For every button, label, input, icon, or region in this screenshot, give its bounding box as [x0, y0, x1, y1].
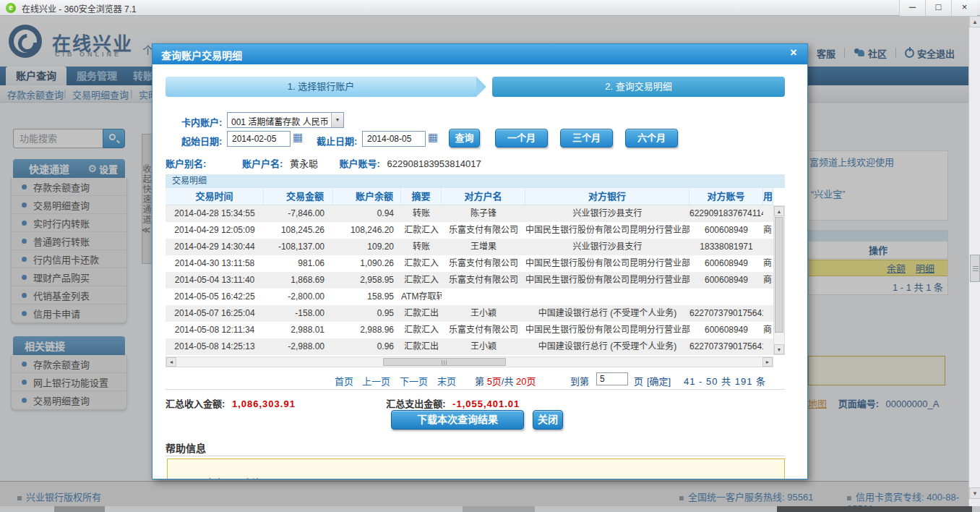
one-month-button[interactable]: 一个月 [495, 129, 548, 148]
card-account-select[interactable]: 001 活期储蓄存款 人民币 ▼ [227, 112, 344, 128]
table-row: 2014-05-08 14:25:13-2,988.000.96汇款汇出王小颖中… [166, 338, 773, 355]
table-cell: 2014-05-05 16:42:25 [166, 289, 264, 305]
table-cell: 2,988.96 [333, 322, 401, 338]
scroll-down-arrow-icon[interactable]: ▼ [774, 344, 784, 354]
table-cell: -108,137.00 [264, 239, 333, 255]
table-cell [689, 289, 763, 305]
table-cell: 2014-05-07 16:25:04 [166, 305, 264, 322]
transaction-table-body: 2014-04-28 15:34:55-7,846.000.94转账陈子锋兴业银… [166, 205, 773, 355]
page-viewport: 在线兴业 CIB ONLINE 个 客服 社区 安全退出 账户查询 服务管理 转… [0, 16, 980, 512]
pagination-bar: 首页 上一页 下一页 末页 第 5页/共 20页 到第 5 页 [确定] 41 … [166, 371, 785, 390]
table-cell: 622909183767411413 [689, 205, 763, 222]
scrollbar-thumb[interactable] [775, 217, 783, 333]
scrollbar-thumb[interactable] [383, 358, 506, 366]
table-cell: 中国建设银行总行 (不受理个人业务) [525, 338, 689, 355]
table-cell: 981.06 [264, 255, 333, 272]
close-window-button[interactable]: × [951, 0, 977, 16]
scroll-up-arrow-icon[interactable]: ▲ [774, 206, 784, 216]
step-2-query-detail: 2. 查询交易明细 [492, 77, 785, 97]
table-cell: 0.95 [333, 305, 401, 322]
minimize-button[interactable]: ─ [899, 0, 925, 16]
scroll-up-arrow-icon[interactable]: ▲ [969, 16, 980, 27]
table-cell: 2014-04-30 13:11:58 [166, 255, 264, 272]
scroll-right-arrow-icon[interactable]: ► [762, 357, 773, 367]
modal-header: 查询账户交易明细 × [152, 44, 807, 64]
table-row: 2014-05-05 16:42:25-2,800.00158.95ATM存取转… [166, 289, 773, 305]
card-account-label: 卡内账户: [181, 115, 222, 129]
browser-titlebar: e 在线兴业 - 360安全浏览器 7.1 ─ □ × [0, 0, 980, 16]
table-cell: 18338081971 [689, 239, 763, 255]
table-cell: 汇款汇出 [401, 338, 442, 355]
table-cell: 6227073790175641 [689, 305, 763, 322]
total-expense-value: -1,055,401.01 [452, 398, 520, 409]
table-cell: 商 [763, 222, 773, 239]
table-cell: 600608949 [689, 255, 763, 272]
scroll-left-arrow-icon[interactable]: ◄ [166, 357, 176, 367]
column-header: 交易金额 [264, 188, 333, 205]
chevron-down-icon[interactable]: ▼ [331, 113, 343, 127]
table-cell: 600608949 [689, 272, 763, 289]
column-header: 账户余额 [333, 188, 401, 205]
transaction-table-header: 交易时间交易金额账户余额摘要对方户名对方银行对方账号用 [166, 188, 773, 205]
table-cell: 汇款汇入 [401, 222, 442, 239]
table-cell: 2014-04-29 14:30:44 [166, 239, 264, 255]
table-row: 2014-04-28 15:34:55-7,846.000.94转账陈子锋兴业银… [166, 205, 773, 222]
close-modal-button[interactable]: 关闭 [533, 410, 563, 430]
scrollbar-thumb[interactable] [970, 255, 980, 282]
first-page-link[interactable]: 首页 [335, 374, 353, 388]
prev-page-link[interactable]: 上一页 [362, 374, 390, 388]
table-cell [763, 205, 773, 222]
table-cell: 109.20 [333, 239, 401, 255]
table-cell: 商 [763, 255, 773, 272]
table-vertical-scrollbar[interactable]: ▲ ▼ [773, 205, 785, 355]
help-box: 一、本交易可查询 [167, 458, 785, 479]
column-header: 对方账号 [689, 188, 763, 205]
query-button[interactable]: 查询 [449, 129, 480, 148]
table-cell: 2014-05-04 13:11:40 [166, 272, 264, 289]
account-alias-label: 账户别名: [166, 158, 206, 169]
table-cell: 2014-05-08 14:25:13 [166, 338, 264, 355]
six-month-button[interactable]: 六个月 [625, 129, 678, 148]
total-income-value: 1,086,303.91 [232, 398, 296, 409]
goto-page-input[interactable]: 5 [596, 372, 628, 385]
table-cell: 108,246.20 [333, 222, 401, 239]
modal-close-icon[interactable]: × [787, 46, 800, 59]
table-cell: 1,868.69 [264, 272, 333, 289]
calendar-icon[interactable]: ▦ [428, 132, 439, 143]
three-month-button[interactable]: 三个月 [560, 129, 613, 148]
table-cell: 商 [763, 322, 773, 338]
table-cell: 兴业银行沙县支行 [525, 205, 689, 222]
transaction-section-title: 交易明细 [166, 174, 785, 188]
table-cell: 中国民生银行股份有限公司昆明分行营业部 [525, 272, 689, 289]
last-page-link[interactable]: 末页 [437, 374, 456, 388]
table-cell: 158.95 [333, 289, 401, 305]
column-header: 对方银行 [525, 188, 689, 205]
table-cell [763, 305, 773, 322]
column-header: 摘要 [401, 188, 442, 205]
download-results-button[interactable]: 下载本次查询结果 [391, 410, 524, 430]
wizard-steps: 2. 查询交易明细 1. 选择银行账户 [166, 77, 785, 97]
start-date-input[interactable]: 2014-02-05 [227, 131, 291, 147]
end-date-input[interactable]: 2014-08-05 [362, 131, 426, 147]
record-range-text: 41 - 50 共 191 条 [684, 374, 766, 388]
table-cell: -2,988.00 [264, 338, 333, 355]
next-page-link[interactable]: 下一页 [400, 374, 428, 388]
browser-scrollbar[interactable]: ▲ ▼ [968, 16, 980, 512]
table-cell: 王小颖 [442, 338, 525, 355]
table-horizontal-scrollbar[interactable]: ◄ ► [166, 357, 773, 367]
column-header: 用 [763, 188, 773, 205]
table-cell: 2014-04-29 12:05:09 [166, 222, 264, 239]
end-date-label: 截止日期: [317, 134, 357, 148]
table-cell: 汇款汇入 [401, 272, 442, 289]
maximize-button[interactable]: □ [925, 0, 951, 16]
table-cell: 乐富支付有限公司 [442, 322, 525, 338]
table-cell: 乐富支付有限公司 [442, 272, 525, 289]
table-cell: 6227073790175641 [689, 338, 763, 355]
goto-confirm-button[interactable]: [确定] [647, 374, 671, 388]
table-cell: 2014-04-28 15:34:55 [166, 205, 264, 222]
browser-360-icon: e [6, 3, 16, 13]
account-name-label: 账户户名: [242, 158, 283, 169]
scroll-down-arrow-icon[interactable]: ▼ [969, 487, 980, 499]
total-income-label: 汇总收入金额: [166, 398, 225, 409]
calendar-icon[interactable]: ▦ [293, 132, 304, 143]
